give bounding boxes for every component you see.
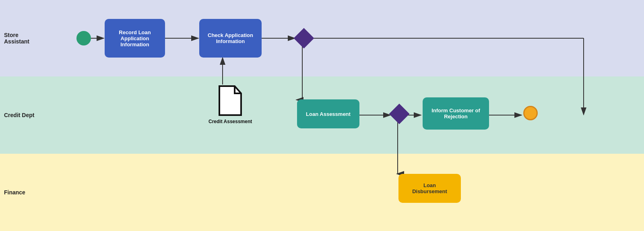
diagram-container: StoreAssistant Record LoanApplicationInf… <box>0 0 644 231</box>
check-app-node[interactable]: Check ApplicationInformation <box>199 19 262 58</box>
lane-finance-content: LoanDisbursement <box>48 154 644 231</box>
record-loan-node[interactable]: Record LoanApplicationInformation <box>105 19 165 58</box>
check-app-label: Check ApplicationInformation <box>208 32 253 44</box>
document-icon <box>216 85 244 117</box>
lane-finance: Finance LoanDisbursement <box>0 154 644 231</box>
credit-assessment-label: Credit Assessment <box>208 119 252 124</box>
loan-disbursement-node[interactable]: LoanDisbursement <box>398 174 461 203</box>
loan-disbursement-label: LoanDisbursement <box>412 182 447 194</box>
record-loan-label: Record LoanApplicationInformation <box>119 29 151 47</box>
loan-assessment-node[interactable]: Loan Assessment <box>297 99 359 128</box>
lane-store-label: StoreAssistant <box>0 0 48 76</box>
lane-store-content: Record LoanApplicationInformation Check … <box>48 0 644 76</box>
inform-rejection-label: Inform Customer ofRejection <box>431 107 480 120</box>
lane-credit: Credit Dept Credit Assessment Loan Asses… <box>0 76 644 154</box>
lane-finance-label: Finance <box>0 154 48 231</box>
start-event <box>76 31 91 45</box>
lane-credit-content: Credit Assessment Loan Assessment Inform… <box>48 76 644 154</box>
gateway-top <box>294 28 314 49</box>
lane-credit-label: Credit Dept <box>0 76 48 154</box>
loan-assessment-label: Loan Assessment <box>306 111 351 117</box>
gateway-middle <box>389 104 410 124</box>
credit-assessment-node[interactable]: Credit Assessment <box>208 85 252 124</box>
lane-store: StoreAssistant Record LoanApplicationInf… <box>0 0 644 76</box>
end-event <box>523 106 538 120</box>
inform-rejection-node[interactable]: Inform Customer ofRejection <box>423 97 489 130</box>
